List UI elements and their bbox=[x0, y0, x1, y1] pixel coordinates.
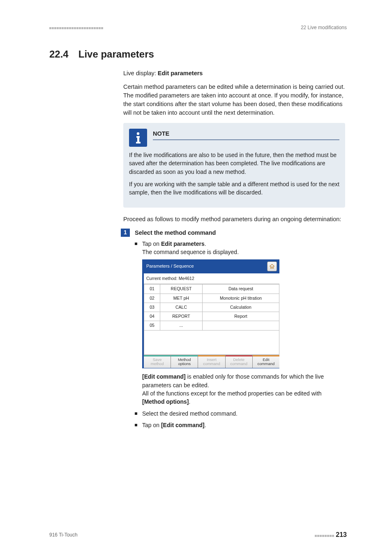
row-command: CALC bbox=[160, 303, 203, 312]
btn-line2: method bbox=[151, 361, 164, 366]
table-empty-space bbox=[144, 330, 279, 354]
section-heading: 22.4Live parameters bbox=[49, 49, 347, 60]
save-method-button[interactable]: Savemethod bbox=[144, 355, 171, 368]
step-bullet-3: Tap on [Edit command]. bbox=[135, 421, 345, 429]
btn-line1: Insert bbox=[207, 357, 217, 362]
note-paragraph-2: If you are working with the sample table… bbox=[129, 180, 339, 197]
row-index: 04 bbox=[144, 312, 160, 321]
info-icon bbox=[129, 129, 147, 147]
ui-title: Parameters / Sequence bbox=[146, 263, 194, 270]
section-number: 22.4 bbox=[49, 49, 69, 60]
note-title: NOTE bbox=[153, 130, 339, 140]
row-desc: Calculation bbox=[203, 303, 279, 312]
bullet3-post: . bbox=[205, 422, 206, 428]
step-1: 1 Select the method command Tap on Edit … bbox=[123, 229, 345, 430]
ui-titlebar: Parameters / Sequence bbox=[144, 259, 279, 273]
svg-rect-3 bbox=[136, 142, 141, 143]
bullet1-pre: Tap on bbox=[142, 240, 161, 247]
body-column: Live display: Edit parameters Certain me… bbox=[123, 69, 345, 429]
table-row[interactable]: 04 REPORT Report bbox=[144, 312, 279, 321]
after-shot-p2b: [Method options] bbox=[142, 398, 189, 405]
note-header: NOTE bbox=[129, 129, 339, 147]
btn-line1: Delete bbox=[233, 357, 244, 362]
bullet1-post: . bbox=[205, 240, 206, 247]
sequence-table: 01 REQUEST Data request 02 MET pH Monoto… bbox=[144, 284, 279, 354]
proceed-paragraph: Proceed as follows to modify method para… bbox=[123, 215, 345, 224]
footer-decoration bbox=[315, 532, 336, 538]
step-bullet-2: Select the desired method command. bbox=[135, 409, 345, 418]
live-display-value: Edit parameters bbox=[158, 70, 203, 76]
ui-subtitle: Current method: Me4612 bbox=[144, 273, 279, 284]
btn-line2: command bbox=[230, 361, 247, 366]
bullet3-pre: Tap on bbox=[142, 422, 161, 428]
header-section-label: 22 Live modifications bbox=[301, 25, 347, 30]
delete-command-button[interactable]: Deletecommand bbox=[226, 355, 253, 368]
home-button[interactable] bbox=[267, 261, 277, 271]
row-index: 05 bbox=[144, 321, 160, 330]
row-desc bbox=[203, 321, 279, 330]
btn-line1: Method bbox=[178, 357, 191, 362]
btn-line2: options bbox=[178, 361, 191, 366]
header-decoration bbox=[49, 25, 104, 30]
table-row[interactable]: 03 CALC Calculation bbox=[144, 303, 279, 312]
row-index: 03 bbox=[144, 303, 160, 312]
insert-command-button[interactable]: Insertcommand bbox=[198, 355, 225, 368]
bullet3-bold: [Edit command] bbox=[161, 422, 205, 428]
step-title: Select the method command bbox=[135, 229, 216, 237]
btn-line1: Save bbox=[153, 357, 162, 362]
page-footer: 916 Ti-Touch 213 bbox=[49, 531, 347, 539]
page: 22 Live modifications 22.4Live parameter… bbox=[0, 0, 392, 555]
row-index: 02 bbox=[144, 294, 160, 303]
ui-screenshot: Parameters / Sequence Current method: Me… bbox=[142, 259, 279, 368]
table-row[interactable]: 05 ... bbox=[144, 321, 279, 330]
bullet1-line2: The command sequence is displayed. bbox=[142, 249, 239, 255]
bullet1-bold: Edit parameters bbox=[161, 240, 205, 247]
edit-command-button[interactable]: Editcommand bbox=[253, 355, 279, 368]
step-number: 1 bbox=[121, 229, 130, 237]
ui-button-row: Savemethod Methodoptions Insertcommand bbox=[144, 355, 279, 368]
note-paragraph-1: If the live modifications are also to be… bbox=[129, 151, 339, 176]
row-desc: Data request bbox=[203, 284, 279, 294]
after-shot-p2c: . bbox=[189, 398, 191, 405]
row-desc: Report bbox=[203, 312, 279, 321]
page-number: 213 bbox=[336, 531, 347, 538]
btn-line1: Edit bbox=[263, 357, 269, 362]
btn-line2: command bbox=[203, 361, 220, 366]
step-bullet-1: Tap on Edit parameters. The command sequ… bbox=[135, 240, 345, 406]
live-display-line: Live display: Edit parameters bbox=[123, 69, 345, 78]
row-command: REPORT bbox=[160, 312, 203, 321]
after-shot-p2a: All of the functions except for the meth… bbox=[142, 390, 322, 397]
page-header: 22 Live modifications bbox=[49, 25, 347, 30]
live-display-prefix: Live display: bbox=[123, 70, 158, 76]
svg-point-0 bbox=[137, 132, 139, 135]
footer-product: 916 Ti-Touch bbox=[49, 532, 78, 538]
table-row[interactable]: 01 REQUEST Data request bbox=[144, 284, 279, 294]
after-shot-bold: [Edit command] bbox=[142, 373, 186, 380]
table-row[interactable]: 02 MET pH Monotonic pH titration bbox=[144, 294, 279, 303]
row-desc: Monotonic pH titration bbox=[203, 294, 279, 303]
intro-paragraph: Certain method parameters can be edited … bbox=[123, 83, 345, 117]
section-title-text: Live parameters bbox=[78, 49, 154, 60]
method-options-button[interactable]: Methodoptions bbox=[171, 355, 198, 368]
row-command: ... bbox=[160, 321, 203, 330]
row-index: 01 bbox=[144, 284, 160, 294]
svg-rect-2 bbox=[137, 136, 139, 143]
btn-line2: command bbox=[258, 361, 275, 366]
note-box: NOTE If the live modifications are also … bbox=[123, 123, 345, 207]
row-command: REQUEST bbox=[160, 284, 203, 294]
row-command: MET pH bbox=[160, 294, 203, 303]
